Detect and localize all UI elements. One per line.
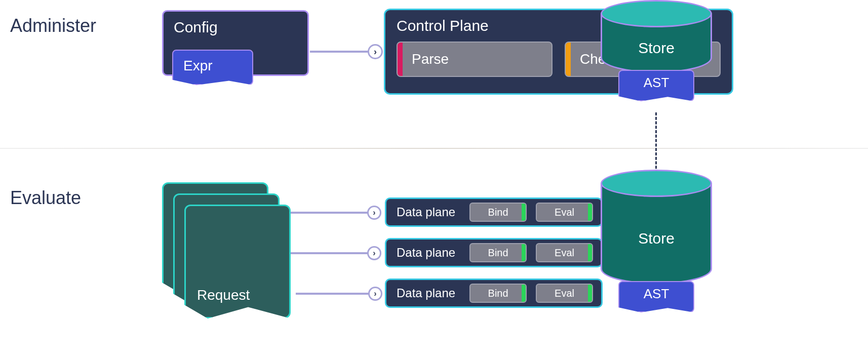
data-plane-label: Data plane (397, 205, 455, 219)
store-cylinder-bottom: Store AST (601, 170, 712, 312)
cylinder-top-icon (601, 170, 712, 197)
control-plane-step-parse: Parse (397, 42, 553, 77)
data-plane-step-eval: Eval (536, 284, 593, 303)
edge-request-to-dataplane: › (296, 293, 376, 295)
edge-config-to-control-plane: › (310, 51, 376, 53)
edge-request-to-dataplane: › (285, 252, 375, 254)
request-label: Request (197, 287, 250, 303)
data-plane-step-bind: Bind (469, 284, 527, 303)
ast-tag-top: AST (618, 70, 694, 101)
data-plane-label: Data plane (397, 286, 455, 300)
data-plane-label: Data plane (397, 246, 455, 260)
eval-label: Eval (555, 207, 574, 218)
store-dashed-link (655, 112, 657, 173)
bind-label: Bind (488, 207, 508, 218)
request-card: Request (184, 205, 291, 319)
data-plane-row: Data plane Bind Eval (385, 279, 603, 308)
expr-label: Expr (183, 58, 213, 73)
eval-label: Eval (555, 288, 574, 299)
config-title: Config (174, 19, 218, 35)
eval-label: Eval (555, 247, 574, 259)
store-label: Store (638, 39, 675, 57)
arrow-icon: › (368, 44, 383, 59)
request-card-stack: Request (162, 182, 294, 324)
parse-stripe-icon (398, 43, 403, 76)
store-cylinder-top: Store AST (601, 0, 712, 101)
bind-label: Bind (488, 288, 508, 299)
data-plane-step-bind: Bind (469, 243, 527, 262)
section-label-administer: Administer (10, 15, 96, 36)
arrow-icon: › (367, 246, 381, 260)
cylinder-top-icon (601, 0, 712, 27)
data-plane-step-bind: Bind (469, 203, 527, 222)
arrow-icon: › (368, 287, 382, 301)
ast-label: AST (644, 75, 669, 91)
parse-label: Parse (412, 51, 449, 67)
ast-tag-bottom: AST (618, 281, 694, 312)
store-label: Store (638, 230, 675, 247)
store-body: Store (601, 183, 712, 284)
expr-flag: Expr (172, 50, 253, 85)
bind-label: Bind (488, 247, 508, 259)
arrow-icon: › (367, 206, 381, 220)
section-divider (0, 148, 868, 149)
data-plane-step-eval: Eval (536, 243, 593, 262)
data-plane-row: Data plane Bind Eval (385, 238, 603, 267)
section-label-evaluate: Evaluate (10, 187, 81, 209)
control-plane-title: Control Plane (397, 17, 489, 34)
ast-label: AST (644, 286, 669, 302)
check-stripe-icon (566, 43, 571, 76)
data-plane-step-eval: Eval (536, 203, 593, 222)
data-plane-row: Data plane Bind Eval (385, 197, 603, 227)
